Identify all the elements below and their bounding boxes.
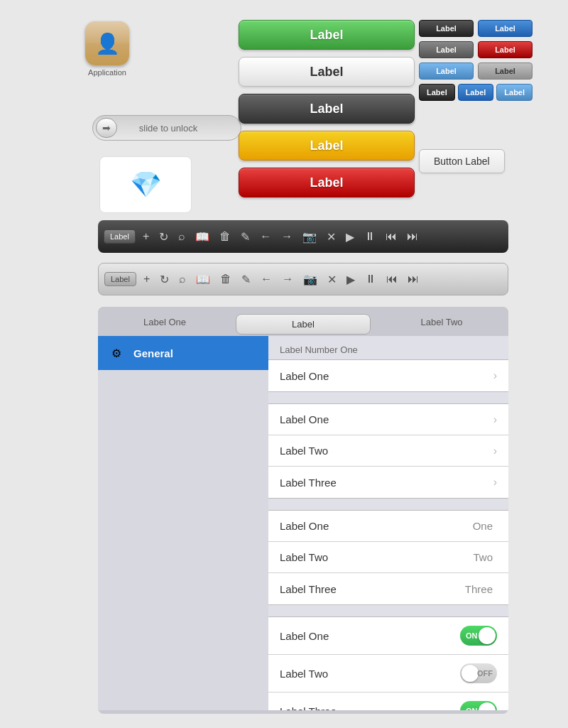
- toolbar-dark: Label + ↻ ⌕ 📖 🗑 ✎ ← → 📷 ✕ ▶ ⏸ ⏮ ⏭: [98, 220, 508, 253]
- toolbar-camera-icon[interactable]: 📷: [300, 229, 320, 245]
- small-btn-lightblue-1[interactable]: Label: [419, 63, 474, 80]
- app-icon-container: 👤 Application: [85, 21, 129, 77]
- small-btn-lightblue-2[interactable]: Label: [496, 84, 532, 101]
- large-button-green[interactable]: Label: [239, 20, 415, 50]
- app-icon-label: Application: [85, 68, 129, 77]
- toolbar-light-close-icon[interactable]: ✕: [324, 271, 339, 288]
- seg-item-label-two[interactable]: Label Two: [375, 313, 508, 336]
- table-row[interactable]: Label One One: [268, 511, 508, 542]
- table-row[interactable]: Label One ›: [268, 404, 508, 435]
- large-button-white[interactable]: Label: [239, 57, 415, 87]
- settings-body: ⚙ General Label Number One Label One › L…: [98, 336, 508, 710]
- small-btn-blue-2[interactable]: Label: [458, 84, 494, 101]
- table-group-3: Label One One Label Two Two Label Three …: [268, 510, 508, 605]
- button-label-container: Button Label: [419, 149, 505, 173]
- toolbar-light-refresh-icon[interactable]: ↻: [157, 271, 172, 288]
- toolbar-light: Label + ↻ ⌕ 📖 🗑 ✎ ← → 📷 ✕ ▶ ⏸ ⏮ ⏭: [98, 263, 508, 295]
- toolbar-book-icon[interactable]: 📖: [192, 229, 212, 245]
- chevron-icon: ›: [493, 413, 497, 426]
- toolbar-light-trash-icon[interactable]: 🗑: [217, 271, 234, 287]
- toolbar-play-icon[interactable]: ▶: [343, 229, 357, 245]
- toolbar-light-play-icon[interactable]: ▶: [344, 271, 358, 288]
- small-btn-row-4: Label Label Label: [419, 84, 532, 101]
- toolbar-light-forward-icon[interactable]: →: [279, 271, 296, 287]
- toolbar-light-pause-icon[interactable]: ⏸: [362, 271, 379, 287]
- button-label-btn[interactable]: Button Label: [419, 149, 505, 173]
- toolbar-light-rewind-icon[interactable]: ⏮: [383, 271, 400, 287]
- sidebar-item-general[interactable]: ⚙ General: [98, 336, 268, 370]
- chevron-icon: ›: [493, 369, 497, 382]
- table-group-4: Label One ON Label Two OFF Label Three O…: [268, 616, 508, 710]
- toolbar-light-label[interactable]: Label: [104, 272, 136, 286]
- toolbar-add-icon[interactable]: +: [140, 229, 152, 244]
- general-icon: ⚙: [106, 343, 126, 363]
- toolbar-light-fastforward-icon[interactable]: ⏭: [405, 271, 422, 287]
- table-row[interactable]: Label One ›: [268, 360, 508, 391]
- small-btn-row-3: Label Label: [419, 63, 532, 80]
- toolbar-refresh-icon[interactable]: ↻: [156, 229, 171, 245]
- small-btn-gray[interactable]: Label: [419, 41, 474, 58]
- table-row[interactable]: Label Three Three: [268, 573, 508, 604]
- table-group-1: Label One ›: [268, 359, 508, 392]
- toggle-on-2[interactable]: ON: [460, 701, 497, 710]
- toolbar-light-add-icon[interactable]: +: [141, 271, 153, 287]
- toolbar-light-book-icon[interactable]: 📖: [193, 271, 213, 288]
- small-buttons-container: Label Label Label Label Label Label Labe…: [419, 20, 532, 105]
- toolbar-trash-icon[interactable]: 🗑: [217, 229, 234, 244]
- table-row: Label One ON: [268, 617, 508, 655]
- small-btn-row-2: Label Label: [419, 41, 532, 58]
- toolbar-light-search-icon[interactable]: ⌕: [176, 271, 189, 287]
- app-icon[interactable]: 👤: [85, 21, 129, 65]
- large-button-dark[interactable]: Label: [239, 94, 415, 124]
- toolbar-rewind-icon[interactable]: ⏮: [383, 229, 400, 244]
- slide-arrow: ➡: [96, 118, 117, 138]
- table-group-2: Label One › Label Two › Label Three ›: [268, 403, 508, 499]
- settings-panel: Label One Label Label Two ⚙ General Labe…: [98, 307, 508, 714]
- table-row[interactable]: Label Two Two: [268, 542, 508, 573]
- sidebar: ⚙ General: [98, 336, 268, 710]
- seg-item-label-one[interactable]: Label One: [98, 313, 231, 336]
- toolbar-forward-icon[interactable]: →: [278, 229, 295, 244]
- toolbar-light-camera-icon[interactable]: 📷: [300, 271, 320, 288]
- toolbar-search-icon[interactable]: ⌕: [175, 229, 188, 244]
- gem-widget: 💎: [99, 156, 192, 213]
- small-btn-row-1: Label Label: [419, 20, 532, 37]
- large-button-red[interactable]: Label: [239, 168, 415, 197]
- slide-text: slide to unlock: [117, 123, 219, 134]
- toolbar-edit-icon[interactable]: ✎: [238, 229, 253, 245]
- main-content: Label Number One Label One › Label One ›…: [268, 336, 508, 710]
- toolbar-light-edit-icon[interactable]: ✎: [239, 271, 253, 288]
- toolbar-fastforward-icon[interactable]: ⏭: [404, 229, 421, 244]
- toolbar-pause-icon[interactable]: ⏸: [361, 229, 378, 244]
- table-row[interactable]: Label Three ›: [268, 467, 508, 498]
- chevron-icon: ›: [493, 476, 497, 489]
- toolbar-close-icon[interactable]: ✕: [324, 229, 339, 245]
- large-buttons-container: Label Label Label Label Label: [239, 20, 415, 205]
- segmented-control: Label One Label Label Two: [98, 307, 508, 336]
- seg-item-label-active[interactable]: Label: [236, 314, 371, 335]
- toolbar-back-icon[interactable]: ←: [257, 229, 274, 244]
- small-btn-lightgray[interactable]: Label: [478, 63, 532, 80]
- table-row: Label Two OFF: [268, 655, 508, 692]
- table-row: Label Three ON: [268, 692, 508, 710]
- toolbar-light-back-icon[interactable]: ←: [258, 271, 275, 287]
- toggle-on-1[interactable]: ON: [460, 626, 497, 646]
- small-btn-dark-1[interactable]: Label: [419, 20, 474, 37]
- table-row[interactable]: Label Two ›: [268, 435, 508, 467]
- toggle-off-1[interactable]: OFF: [460, 663, 497, 683]
- sidebar-item-label-general: General: [133, 347, 173, 359]
- small-btn-blue-1[interactable]: Label: [478, 20, 532, 37]
- chevron-icon: ›: [493, 445, 497, 457]
- section-header: Label Number One: [268, 336, 508, 359]
- small-btn-dark-2[interactable]: Label: [419, 84, 455, 101]
- toolbar-dark-label[interactable]: Label: [104, 229, 136, 244]
- small-btn-red[interactable]: Label: [478, 41, 532, 58]
- slide-unlock[interactable]: ➡ slide to unlock: [92, 115, 241, 141]
- large-button-yellow[interactable]: Label: [239, 131, 415, 161]
